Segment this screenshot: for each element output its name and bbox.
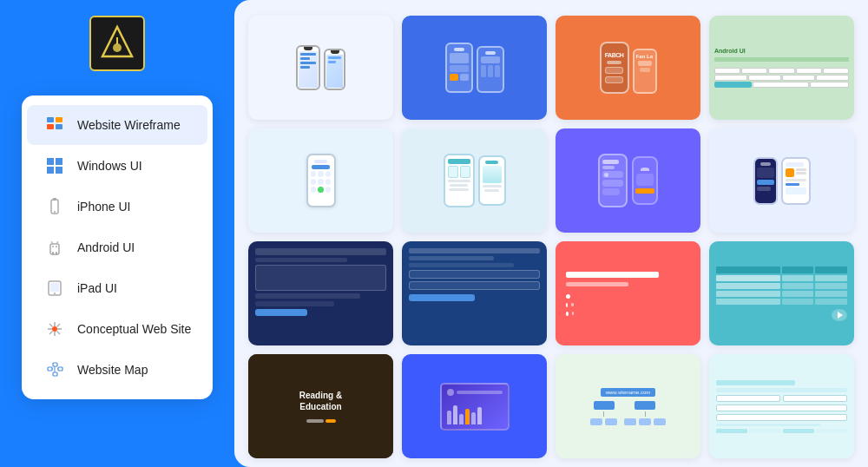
svg-rect-20 (56, 252, 57, 255)
sidebar-label-ipad-ui: iPad UI (77, 281, 117, 295)
svg-rect-7 (47, 158, 54, 165)
thumbnail-9[interactable] (248, 241, 393, 345)
thumbnail-6[interactable] (402, 128, 547, 233)
svg-rect-8 (56, 158, 62, 165)
apple-icon (43, 194, 67, 219)
thumbnail-13[interactable]: Reading &Education (248, 354, 393, 458)
sidebar-label-android-ui: Android UI (77, 240, 135, 254)
thumbnails-grid: FABCH Fan Lo Android UI (248, 16, 854, 458)
svg-rect-9 (47, 167, 54, 174)
thumbnail-1[interactable] (248, 16, 393, 120)
thumbnail-10[interactable] (402, 241, 547, 345)
svg-point-22 (54, 293, 56, 294)
sidebar-item-website-wireframe[interactable]: Website Wireframe (27, 105, 207, 145)
sidebar-label-website-wireframe: Website Wireframe (77, 118, 181, 132)
reading-education-label: Reading &Education (299, 390, 342, 412)
svg-rect-33 (48, 367, 52, 371)
sidebar-item-windows-ui[interactable]: Windows UI (27, 146, 207, 186)
thumbnail-14[interactable] (402, 354, 547, 458)
sidebar-label-iphone-ui: iPhone UI (77, 200, 130, 214)
svg-rect-19 (52, 252, 54, 255)
svg-point-16 (56, 246, 57, 247)
svg-rect-34 (53, 363, 57, 366)
svg-rect-4 (56, 117, 62, 122)
menu-card: Website Wireframe Windows UI (22, 95, 213, 399)
thumbnail-16[interactable] (709, 354, 854, 458)
svg-line-29 (49, 324, 53, 327)
svg-point-1 (113, 43, 122, 52)
map-icon (43, 358, 67, 382)
sidebar-item-android-ui[interactable]: Android UI (27, 227, 207, 267)
svg-rect-23 (50, 283, 59, 292)
thumbnail-15[interactable]: www.sitename.com (556, 354, 700, 458)
sidebar-label-windows-ui: Windows UI (77, 159, 142, 173)
windows-icon (43, 154, 67, 178)
svg-rect-6 (56, 124, 62, 129)
thumbnail-11[interactable] (556, 241, 700, 345)
concept-icon (43, 317, 67, 341)
svg-line-32 (49, 332, 53, 335)
svg-rect-3 (47, 117, 54, 122)
svg-rect-35 (53, 372, 57, 376)
thumbnail-7[interactable] (556, 128, 700, 233)
svg-point-24 (52, 326, 57, 332)
tablet-icon (43, 276, 67, 300)
svg-rect-36 (58, 367, 62, 371)
svg-rect-5 (47, 124, 54, 129)
sidebar-label-conceptual-web: Conceptual Web Site (77, 322, 191, 336)
logo (89, 16, 145, 71)
thumbnail-3[interactable]: FABCH Fan Lo (556, 16, 700, 120)
thumbnail-2[interactable] (402, 16, 547, 120)
sidebar-item-iphone-ui[interactable]: iPhone UI (27, 187, 207, 227)
sidebar-item-conceptual-web[interactable]: Conceptual Web Site (27, 309, 207, 349)
svg-line-30 (57, 332, 61, 335)
sidebar-label-website-map: Website Map (77, 363, 148, 377)
left-panel: Website Wireframe Windows UI (0, 0, 234, 467)
svg-line-31 (57, 324, 61, 327)
sidebar-item-website-map[interactable]: Website Map (27, 350, 207, 390)
android-icon (43, 235, 67, 260)
right-panel: FABCH Fan Lo Android UI (234, 0, 868, 467)
svg-rect-14 (50, 244, 59, 254)
thumbnail-4[interactable]: Android UI (709, 16, 854, 120)
thumbnail-5[interactable] (248, 128, 393, 233)
svg-rect-12 (53, 198, 56, 201)
svg-point-15 (52, 246, 54, 247)
sidebar-item-ipad-ui[interactable]: iPad UI (27, 268, 207, 308)
thumbnail-8[interactable] (709, 128, 854, 233)
grid-icon (43, 113, 67, 137)
svg-rect-10 (56, 167, 62, 174)
thumbnail-12[interactable] (709, 241, 854, 345)
svg-point-13 (54, 211, 56, 213)
